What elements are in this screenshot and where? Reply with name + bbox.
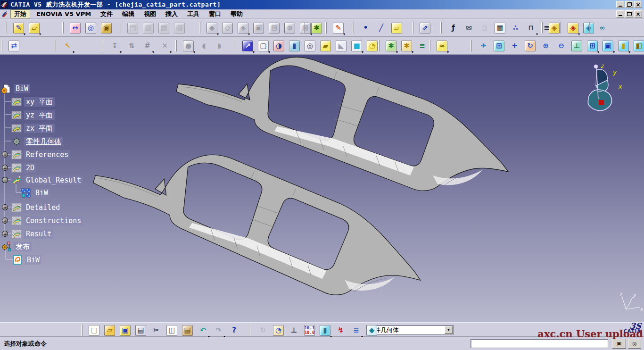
3d-viewport[interactable]: z y x z y x BiWxy 平面yz 平面zx 平面零件几何体+Refe… [0,55,644,322]
compass[interactable]: z y x [579,61,626,118]
untrim-icon[interactable]: ◈ [237,22,249,34]
tree-item-label[interactable]: BiW [14,84,30,93]
toolbar-grip[interactable] [541,22,543,33]
menu-工具[interactable]: 工具 [184,10,203,18]
catalog-book-icon[interactable]: ◆ [365,324,378,337]
tree-item-global_result[interactable]: Global_Result [11,175,83,185]
design-table-icon[interactable]: ▦ [494,22,506,34]
tree-item-label[interactable]: Constructions [24,216,83,225]
new-icon[interactable]: ▢ [88,324,100,337]
power-copy-save-icon[interactable]: ▥ [142,22,155,34]
child-close-button[interactable]: × [634,10,642,17]
lock-small-icon[interactable]: ◍ [478,22,491,34]
fill-icon[interactable]: ▰ [319,40,332,52]
tree-item-constructions[interactable]: Constructions [11,216,83,226]
tree-item-label[interactable]: 发布 [14,242,32,251]
power-input[interactable] [471,339,608,348]
fit-all-icon[interactable]: ⊞ [493,40,505,52]
combo-arrow-icon[interactable]: ▼ [445,326,453,334]
refresh-icon[interactable]: ↻ [256,324,269,337]
normal-view-icon[interactable]: ⊥ [570,40,583,52]
point-icon[interactable]: • [359,22,372,34]
tree-expander-collapsed[interactable]: + [2,165,8,171]
measure-between-icon[interactable]: ↔ [69,22,82,34]
menu-窗口[interactable]: 窗口 [206,10,224,18]
menu-视图[interactable]: 视图 [140,10,159,18]
toolbar-grip[interactable] [1,40,2,51]
paste-icon[interactable]: ▤ [181,324,194,337]
select-arrow-icon[interactable]: ↖ [61,40,74,52]
tree-item-biw[interactable]: BiW [1,83,30,94]
child-restore-button[interactable] [625,10,633,17]
toolbar-grip[interactable] [353,22,354,33]
knowledge-pattern-icon[interactable]: ✱ [400,40,413,52]
catalog-red-icon[interactable]: ◈ [567,22,579,34]
toolbar-grip[interactable] [81,325,83,336]
tree-expander-collapsed[interactable]: + [2,151,8,158]
tree-expander-expanded[interactable]: − [2,177,8,183]
toolbar-grip[interactable] [120,22,121,33]
tree-item-label[interactable]: 2D [24,163,36,173]
toolbar-grip[interactable] [250,325,251,336]
toolbar-grip[interactable] [62,22,64,33]
healing-icon[interactable]: ◇ [221,22,234,34]
body-selector-combo[interactable]: 零件几何体 ▼ [366,325,454,335]
rough-offset-icon[interactable]: ◖ [198,40,210,52]
whats-this-icon[interactable]: ? [228,324,240,337]
print-icon[interactable]: ▤ [134,324,147,337]
mass-properties-icon[interactable]: ◉ [100,22,113,34]
pan-icon[interactable]: + [508,40,521,52]
copy-icon[interactable]: ◫ [165,324,178,337]
component-balls-icon[interactable]: ∞ [596,22,609,34]
toolbar-grip[interactable] [102,40,103,51]
toolbar-grip[interactable] [440,22,442,33]
extract-icon[interactable]: ⊕ [283,22,296,34]
iso-view-icon[interactable]: ▣ [602,40,614,52]
save-icon[interactable]: ▣ [119,324,132,337]
extruded-view-icon[interactable]: ⇗ [419,22,431,34]
compass-handle[interactable] [594,65,598,68]
settings-gear-icon[interactable]: ✱ [310,22,323,34]
current-body-icon[interactable]: ▮ [319,324,331,337]
shade-edges-icon[interactable]: ◧ [633,40,644,52]
menu-文件[interactable]: 文件 [97,10,116,18]
cut-icon[interactable]: ✂ [150,324,163,337]
structure-list-icon[interactable]: ≡ [350,324,363,337]
minimize-button[interactable] [616,1,624,8]
disassemble-icon[interactable]: ▣ [252,22,265,34]
cylinder-icon[interactable]: ▮ [288,40,301,52]
toolbar-grip[interactable] [325,22,327,33]
tree-item-label[interactable]: BiW [25,255,41,265]
tree-item-label[interactable]: Global_Result [24,175,83,185]
open-icon[interactable]: ▱ [103,324,116,337]
tree-item-2d[interactable]: 2D [11,163,36,173]
powercopy-gears-icon[interactable]: ✱ [385,40,397,52]
tree-item-detailed[interactable]: Detailed [11,202,62,213]
tree-item-label[interactable]: xy 平面 [24,97,55,107]
sketcher-icon[interactable]: ✎ [332,22,345,34]
quick-scale-icon[interactable]: ✕ [158,40,171,52]
tree-item-yz-平面[interactable]: yz 平面 [11,110,55,120]
tree-expander-collapsed[interactable]: + [2,231,8,237]
toolbar-grip[interactable] [6,22,7,33]
exchange-icon[interactable]: ⇄ [8,40,20,52]
child-minimize-button[interactable] [616,10,624,17]
toolbar-grip[interactable] [304,22,305,33]
toolbar-grip[interactable] [55,40,56,51]
tree-item-label[interactable]: zx 平面 [24,124,55,133]
power-copy-icon[interactable]: ▤ [126,22,139,34]
zoom-in-icon[interactable]: ⊕ [539,40,552,52]
close-surface-icon[interactable]: ■ [350,40,363,52]
instantiate-icon[interactable]: ▧ [173,22,186,34]
plane-icon[interactable]: ▱ [390,22,403,34]
hole-icon[interactable]: ◎ [304,40,316,52]
tree-item-biw[interactable]: BiW [21,188,50,198]
snap-values-icon[interactable]: 10.110.0 [303,324,316,337]
toolbar-grip[interactable] [175,40,177,51]
search-database-button[interactable]: ◎ [628,339,641,349]
menu-开始[interactable]: 开始 [10,9,30,18]
catalog-cyan-icon[interactable]: ◈ [582,22,595,34]
lock-icon[interactable]: ⊓ [525,22,537,34]
undo-icon[interactable]: ↶ [197,324,209,337]
toolbar-grip[interactable] [199,22,200,33]
